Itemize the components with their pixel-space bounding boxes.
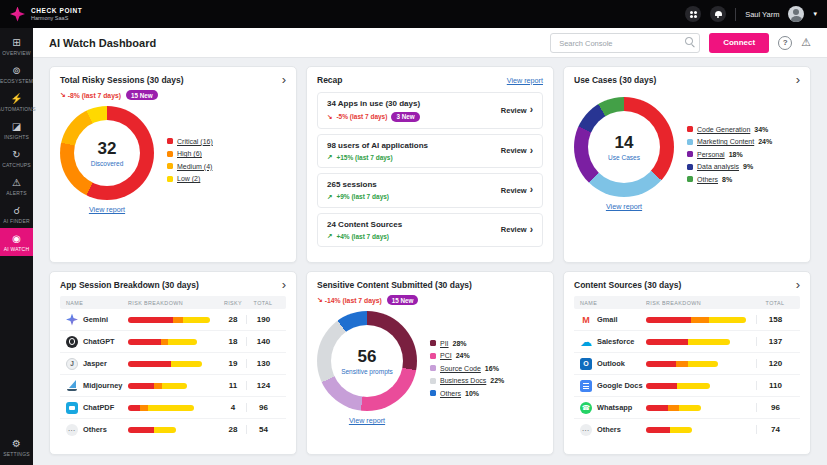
topbar-divider <box>735 8 736 21</box>
total-count: 54 <box>246 425 280 434</box>
checkpoint-logo-icon <box>10 7 25 22</box>
connect-button[interactable]: Connect <box>709 33 769 53</box>
donut-value: 14 <box>615 133 634 153</box>
risk-breakdown-bar <box>128 339 197 345</box>
use-cases-donut[interactable]: 14 Use Cases <box>574 97 674 197</box>
app-name: ChatGPT <box>83 337 115 346</box>
donut-label-link[interactable]: Discovered <box>91 160 124 167</box>
sidebar-item-overview[interactable]: ⊞ OVERVIEW <box>0 32 33 60</box>
source-name: Others <box>597 425 621 434</box>
apps-icon[interactable] <box>685 6 701 22</box>
legend-swatch <box>687 151 693 157</box>
sidebar-item-automations[interactable]: ⚡ AUTOMATIONS <box>0 88 33 116</box>
gear-icon: ⚙ <box>12 438 21 449</box>
legend-item[interactable]: Others10% <box>430 390 504 397</box>
table-row[interactable]: Google Docs 110 <box>574 375 800 397</box>
search-icon[interactable] <box>685 37 694 46</box>
view-report-link[interactable]: View report <box>89 205 125 214</box>
legend-item[interactable]: Code Generation34% <box>687 126 772 133</box>
sidebar-item-label: ALERTS <box>6 190 27 196</box>
review-link[interactable]: Review › <box>501 186 533 195</box>
sidebar-item-label: ECOSYSTEM <box>0 78 33 84</box>
sidebar-item-ecosystem[interactable]: ⊚ ECOSYSTEM <box>0 60 33 88</box>
recap-item-trend: ↗ +4% (last 7 days) <box>327 232 402 240</box>
sidebar-item-settings[interactable]: ⚙ SETTINGS <box>0 433 33 461</box>
sidebar-item-label: OVERVIEW <box>2 50 30 56</box>
table-row[interactable]: OOutlook 120 <box>574 353 800 375</box>
view-report-link[interactable]: View report <box>507 76 543 85</box>
table-row[interactable]: ···Others 74 <box>574 419 800 440</box>
legend-item[interactable]: Marketing Content24% <box>687 138 772 145</box>
table-row[interactable]: MGmail 158 <box>574 309 800 331</box>
review-link[interactable]: Review › <box>501 225 533 234</box>
sidebar-item-label: CATCHUPS <box>2 162 31 168</box>
sidebar-item-ai-watch[interactable]: ◉ AI WATCH <box>0 228 33 256</box>
table-row[interactable]: Midjourney 11 124 <box>60 375 286 397</box>
notifications-bell-icon[interactable] <box>710 6 726 22</box>
legend-item[interactable]: Low (2) <box>167 175 213 182</box>
warning-icon[interactable]: ⚠ <box>801 36 811 49</box>
table-row[interactable]: JJasper 19 130 <box>60 353 286 375</box>
legend-item[interactable]: Personal18% <box>687 151 772 158</box>
risk-breakdown-bar <box>646 405 701 411</box>
chevron-down-icon[interactable]: ▾ <box>813 10 817 18</box>
table-row[interactable]: Gemini 28 190 <box>60 309 286 331</box>
risk-breakdown-bar <box>128 427 176 433</box>
view-report-link[interactable]: View report <box>349 416 385 425</box>
new-badge: 3 New <box>391 112 419 122</box>
page-header: AI Watch Dashboard Connect ? ⚠ <box>33 28 827 58</box>
sidebar-item-label: AI WATCH <box>4 246 30 252</box>
sidebar-item-catchups[interactable]: ↻ CATCHUPS <box>0 144 33 172</box>
card-title: Use Cases (30 days) <box>574 75 656 85</box>
legend-pct: 10% <box>465 390 479 397</box>
legend-item[interactable]: Critical (16) <box>167 138 213 145</box>
table-row[interactable]: ☎Whatsapp 96 <box>574 397 800 419</box>
main-content: AI Watch Dashboard Connect ? ⚠ Total Ris… <box>33 28 827 465</box>
total-count: 137 <box>756 337 794 346</box>
legend-item[interactable]: Medium (4) <box>167 163 213 170</box>
table-row[interactable]: ···Others 28 54 <box>60 419 286 440</box>
sidebar-item-label: AUTOMATIONS <box>0 106 36 112</box>
risky-sessions-donut[interactable]: 32 Discovered <box>60 106 154 200</box>
risk-breakdown-bar <box>128 405 194 411</box>
page-header-actions: Connect ? ⚠ <box>550 32 811 54</box>
risky-count: 28 <box>220 425 246 434</box>
review-link[interactable]: Review › <box>501 106 533 115</box>
sidebar-item-insights[interactable]: ◪ INSIGHTS <box>0 116 33 144</box>
legend-item[interactable]: High (6) <box>167 150 213 157</box>
chevron-right-icon[interactable]: › <box>282 75 286 85</box>
sidebar-icon: ◪ <box>12 121 21 132</box>
sensitive-content-donut[interactable]: 56 Sensitive prompts <box>317 311 417 411</box>
legend-item[interactable]: PII28% <box>430 340 504 347</box>
legend-item[interactable]: Others8% <box>687 176 772 183</box>
brand: CHECK POINT Harmony SaaS <box>31 7 82 21</box>
table-row[interactable]: ☁Salesforce 137 <box>574 331 800 353</box>
chevron-right-icon[interactable]: › <box>796 280 800 290</box>
legend-item[interactable]: Source Code16% <box>430 365 504 372</box>
donut-label-link[interactable]: Use Cases <box>608 154 640 161</box>
help-icon[interactable]: ? <box>778 36 792 50</box>
sidebar-item-ai-finder[interactable]: ☌ AI FINDER <box>0 200 33 228</box>
review-link[interactable]: Review › <box>501 146 533 155</box>
page-title: AI Watch Dashboard <box>49 37 156 49</box>
chevron-right-icon[interactable]: › <box>796 75 800 85</box>
legend-swatch <box>430 365 436 371</box>
source-name: Google Docs <box>597 381 643 390</box>
table-row[interactable]: ChatGPT 18 140 <box>60 331 286 353</box>
sidebar-item-alerts[interactable]: ⚠ ALERTS <box>0 172 33 200</box>
donut-value: 32 <box>98 139 117 159</box>
table-row[interactable]: ChatPDF 4 96 <box>60 397 286 419</box>
sidebar-icon: ◉ <box>12 233 21 244</box>
donut-label-link[interactable]: Sensitive prompts <box>341 368 393 375</box>
risky-count: 18 <box>220 337 246 346</box>
legend-item[interactable]: Data analysis9% <box>687 163 772 170</box>
total-count: 158 <box>756 315 794 324</box>
legend-item[interactable]: Business Docs22% <box>430 377 504 384</box>
view-report-link[interactable]: View report <box>606 202 642 211</box>
risky-count: 28 <box>220 315 246 324</box>
legend-label: Others <box>697 176 718 183</box>
legend-item[interactable]: PCI24% <box>430 352 504 359</box>
search-input[interactable] <box>550 33 700 53</box>
chevron-right-icon[interactable]: › <box>282 280 286 290</box>
user-avatar[interactable] <box>788 6 804 22</box>
